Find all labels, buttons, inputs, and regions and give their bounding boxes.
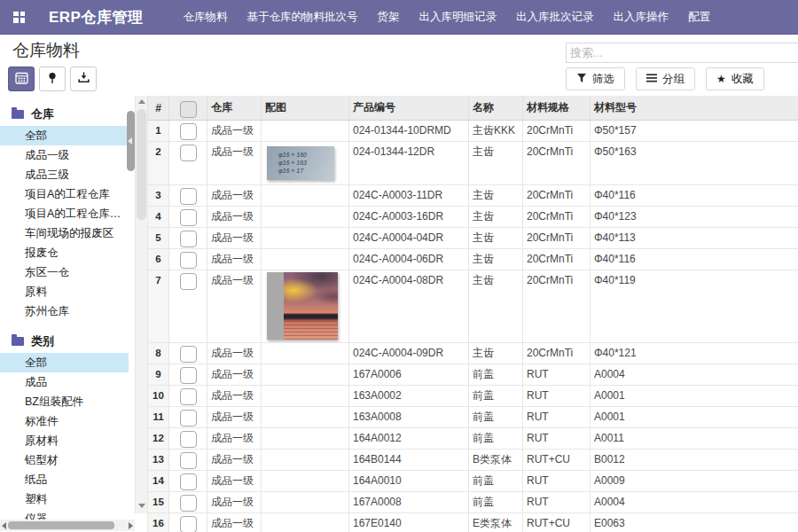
row-checkbox[interactable] [180,431,197,448]
sidebar-item[interactable]: 塑料 [0,489,129,509]
cell-warehouse: 成品一级 [207,450,262,471]
row-checkbox-cell [169,386,207,407]
sidebar-item[interactable]: 成品一级 [0,145,129,165]
table-row[interactable]: 16成品一级167E0140E类泵体RUT+CUE0063 [148,513,798,532]
column-header[interactable]: 仓库 [207,96,262,121]
sidebar-item[interactable]: 项目A的工程仓库临... [0,204,129,223]
table-row[interactable]: 8成品一级024C-A0004-09DR主齿20CrMnTiΦ40*121 [148,343,798,364]
cell-material-spec: 20CrMnTi [523,185,591,207]
horizontal-scrollbar[interactable] [0,520,135,531]
row-index: 9 [148,364,169,386]
select-all-checkbox[interactable] [180,101,197,118]
row-checkbox[interactable] [180,367,197,384]
row-checkbox[interactable] [180,410,197,426]
cell-name: 前盖 [469,471,523,492]
scroll-down-icon[interactable] [138,504,145,508]
table-row[interactable]: 6成品一级024C-A0004-06DR主齿20CrMnTiΦ40*116 [148,249,798,270]
sidebar-collapse-arrow-icon[interactable] [128,137,132,145]
row-checkbox[interactable] [180,252,197,269]
sidebar-item[interactable]: 铝型材 [0,450,129,470]
sidebar-item[interactable]: 东区一仓 [0,262,129,282]
row-checkbox[interactable] [180,452,197,469]
column-header[interactable]: 配图 [262,96,349,121]
sidebar-section-header: 仓库 [0,103,135,126]
product-photo-sunset [267,272,338,340]
group-by-button[interactable]: 分组 [636,67,695,90]
row-checkbox[interactable] [180,145,197,161]
scroll-left-icon[interactable] [2,522,6,529]
row-checkbox[interactable] [180,346,197,363]
sidebar-item[interactable]: 成品 [0,372,129,392]
row-checkbox[interactable] [180,123,197,140]
row-checkbox[interactable] [180,495,197,512]
table-row[interactable]: 10成品一级163A0002前盖RUTA0001 [148,386,798,407]
table-row[interactable]: 4成品一级024C-A0003-16DR主齿20CrMnTiΦ40*123 [148,207,798,228]
photo-sunset-scene [284,272,338,340]
horizontal-scrollbar-thumb[interactable] [8,521,114,529]
nav-item[interactable]: 货架 [367,0,409,34]
cell-image [262,450,349,471]
sidebar-item[interactable]: 纸品 [0,470,129,489]
cell-image [262,249,349,270]
table-row[interactable]: 3成品一级024C-A0003-11DR主齿20CrMnTiΦ40*116 [148,185,798,207]
column-header[interactable]: 产品编号 [349,96,469,121]
row-checkbox[interactable] [180,188,197,205]
scroll-up-icon[interactable] [138,99,145,104]
cell-material-spec: 20CrMnTi [523,343,591,364]
table-row[interactable]: 7成品一级024C-A0004-08DR主齿20CrMnTiΦ40*119 [148,270,798,343]
list-view-button[interactable] [8,66,35,91]
column-header[interactable]: 材料规格 [523,96,591,121]
nav-item[interactable]: 出入库明细记录 [409,0,506,34]
filter-button[interactable]: 筛选 [566,67,625,90]
row-checkbox[interactable] [180,473,197,490]
table-row[interactable]: 14成品一级164A0010前盖RUTA0009 [148,471,798,492]
row-checkbox[interactable] [180,388,197,405]
apps-grid-icon[interactable] [13,12,25,23]
row-checkbox[interactable] [180,209,197,226]
page-title: 仓库物料 [12,39,80,62]
cell-material-model: Φ40*116 [591,249,798,270]
row-checkbox[interactable] [180,516,197,532]
app-title[interactable]: ERP仓库管理 [49,7,143,27]
sidebar-item[interactable]: 苏州仓库 [0,301,129,321]
scroll-right-icon[interactable] [129,522,133,529]
table-row[interactable]: 9成品一级167A0006前盖RUTA0004 [148,364,798,386]
export-button[interactable] [70,66,97,91]
sidebar-item[interactable]: 仪器 [0,509,129,520]
table-row[interactable]: 1成品一级024-01344-10DRMD主齿KKK20CrMnTiΦ50*15… [148,121,798,142]
sidebar-item[interactable]: 项目A的工程仓库 [0,184,129,204]
sidebar-item[interactable]: 车间现场的报废区 [0,223,129,243]
table-row[interactable]: 5成品一级024C-A0004-04DR主齿20CrMnTiΦ40*113 [148,228,798,249]
vertical-scrollbar-thumb[interactable] [137,109,146,220]
column-header[interactable]: 名称 [469,96,523,121]
favorites-button[interactable]: ★ 收藏 [706,67,764,90]
handwriting-line: φ16 + 17 [278,167,334,175]
sidebar-item[interactable]: 报废仓 [0,243,129,262]
table-row[interactable]: 11成品一级163A0008前盖RUTA0001 [148,407,798,428]
nav-item[interactable]: 出入库批次记录 [506,0,604,34]
sidebar-item[interactable]: 原材料 [0,431,129,450]
pin-view-button[interactable] [39,66,66,91]
column-header[interactable]: 材料型号 [591,96,798,121]
cell-material-model: Φ40*121 [591,343,798,364]
sidebar-item[interactable]: 原料 [0,282,129,301]
sidebar-item[interactable]: 标准件 [0,411,129,431]
sidebar-item[interactable]: 全部 [0,353,129,372]
row-index: 4 [148,207,169,228]
row-checkbox[interactable] [180,231,197,247]
cell-product-code: 024-01344-10DRMD [349,121,469,142]
nav-item[interactable]: 配置 [678,0,720,34]
table-row[interactable]: 2成品一级φ16 + 160φ16 + 163φ16 + 17024-01344… [148,142,798,185]
sidebar-item[interactable]: BZ组装配件 [0,392,129,411]
search-input[interactable] [567,43,798,62]
sidebar-item[interactable]: 全部 [0,126,129,145]
row-checkbox[interactable] [180,273,197,290]
nav-item[interactable]: 出入库操作 [603,0,678,34]
table-row[interactable]: 12成品一级164A0012前盖RUTA0011 [148,428,798,450]
nav-item[interactable]: 仓库物料 [173,0,237,34]
table-row[interactable]: 15成品一级167A0008前盖RUTA0004 [148,492,798,513]
nav-item[interactable]: 基于仓库的物料批次号 [237,0,367,34]
table-row[interactable]: 13成品一级164B0144B类泵体RUT+CUB0012 [148,450,798,471]
vertical-scrollbar[interactable] [135,96,148,513]
sidebar-item[interactable]: 成品三级 [0,165,129,184]
